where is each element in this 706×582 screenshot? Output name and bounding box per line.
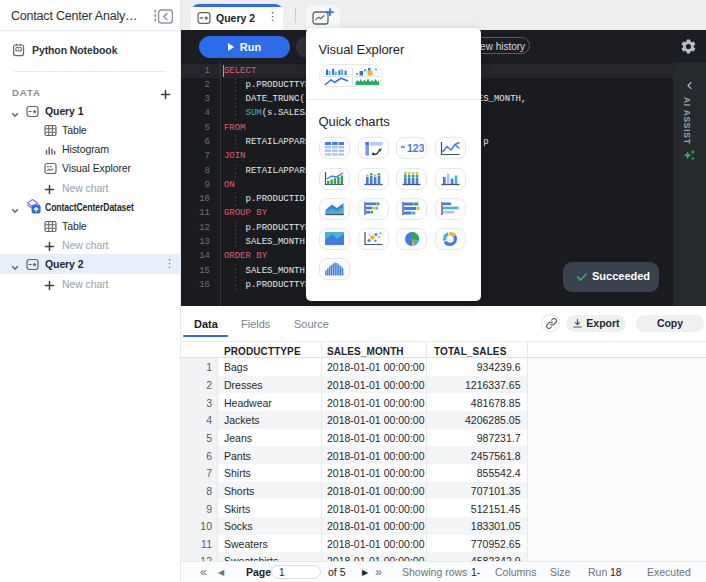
svg-text:123: 123 xyxy=(407,142,424,154)
